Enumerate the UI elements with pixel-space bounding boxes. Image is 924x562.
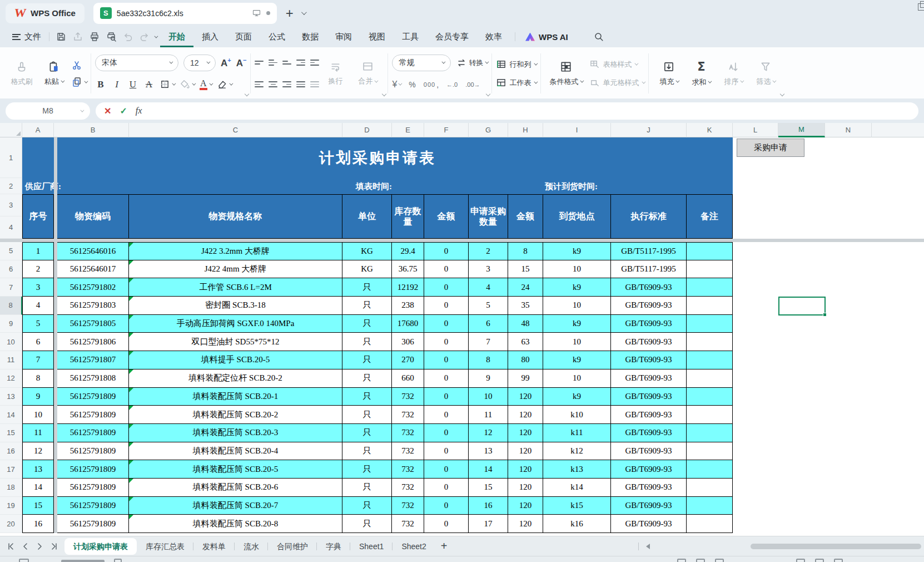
cell-note[interactable] <box>687 278 733 297</box>
strikethrough-button[interactable]: A <box>143 79 155 90</box>
cell-seq[interactable]: 12 <box>22 442 54 461</box>
decrease-font-button[interactable]: A− <box>236 57 247 69</box>
cell-material-code[interactable]: 56125791809 <box>57 460 129 479</box>
select-all-corner[interactable] <box>0 123 22 137</box>
cell-amount2[interactable]: 8 <box>508 242 543 260</box>
sheet-tab-计划采购申请表[interactable]: 计划采购申请表 <box>64 538 137 555</box>
row-header[interactable]: 1 <box>0 137 22 178</box>
cell-arrival-place[interactable]: 10 <box>543 297 611 315</box>
cell-material-code[interactable]: 56125791809 <box>57 515 129 533</box>
new-tab-button[interactable]: + <box>286 7 294 20</box>
cell-stock-qty[interactable]: 732 <box>392 460 424 479</box>
cell-spec-name[interactable]: 手动高压卸荷阀 SGXF.0 140MPa <box>129 315 342 333</box>
cell-stock-qty[interactable]: 732 <box>392 515 424 533</box>
cell-note[interactable] <box>687 388 733 406</box>
cell-arrival-place[interactable]: k9 <box>543 242 611 260</box>
cell-seq[interactable]: 2 <box>22 260 54 279</box>
cell-material-code[interactable]: 56125791809 <box>57 388 129 406</box>
cell-spec-name[interactable]: 填料装配压筒 SCB.20-8 <box>129 515 342 533</box>
cell-seq[interactable]: 8 <box>22 369 54 388</box>
cell-note[interactable] <box>687 351 733 369</box>
wrap-text-button[interactable]: 换行 <box>319 50 351 97</box>
table-style-button[interactable]: 表格样式 <box>589 57 644 72</box>
cell-amount[interactable]: 0 <box>424 406 469 424</box>
cell-standard[interactable]: GB/T6909-93 <box>611 442 687 461</box>
cell-seq[interactable]: 16 <box>22 515 54 533</box>
column-header-B[interactable]: B <box>57 123 129 137</box>
cell-spec-name[interactable]: 填料提手 SCB.20-5 <box>129 351 342 369</box>
cell-stock-qty[interactable]: 660 <box>392 369 424 388</box>
cell-amount[interactable]: 0 <box>424 278 469 297</box>
align-center-icon[interactable] <box>269 81 277 87</box>
cell-amount2[interactable]: 80 <box>508 351 543 369</box>
cell-material-code[interactable]: 56125791805 <box>57 315 129 333</box>
print-preview-icon[interactable] <box>104 29 118 44</box>
cell-standard[interactable]: GB/T6909-93 <box>611 497 687 515</box>
quick-access-chevron-icon[interactable] <box>154 34 158 38</box>
decrease-indent-icon[interactable] <box>296 60 305 65</box>
cell-amount2[interactable]: 99 <box>508 369 543 388</box>
increase-decimal-button[interactable]: ←.0 <box>446 81 458 88</box>
cell-spec-name[interactable]: 密封圈 SCB.3-18 <box>129 297 342 315</box>
row-header[interactable]: 13 <box>0 388 22 406</box>
fill-button[interactable]: 填充 <box>653 50 685 97</box>
cell-request-qty[interactable]: 5 <box>469 297 508 315</box>
cell-request-qty[interactable]: 3 <box>469 260 508 279</box>
cell-amount[interactable]: 0 <box>424 388 469 406</box>
menu-tab-公式[interactable]: 公式 <box>260 26 294 47</box>
save-icon[interactable] <box>54 29 68 44</box>
cell-request-qty[interactable]: 2 <box>469 242 508 260</box>
menu-tab-开始[interactable]: 开始 <box>160 26 193 47</box>
cell-unit[interactable]: 只 <box>342 497 392 515</box>
cell-material-code[interactable]: 56125791808 <box>57 369 129 388</box>
cell-amount2[interactable]: 120 <box>508 515 543 533</box>
file-menu[interactable]: 文件 <box>9 32 44 42</box>
cell-arrival-place[interactable]: k15 <box>543 497 611 515</box>
cell-request-qty[interactable]: 12 <box>469 424 508 442</box>
row-header[interactable]: 5 <box>0 242 22 260</box>
cell-arrival-place[interactable]: k14 <box>543 479 611 497</box>
row-header[interactable]: 10 <box>0 333 22 351</box>
cell-seq[interactable]: 7 <box>22 351 54 369</box>
column-header-G[interactable]: G <box>469 123 508 137</box>
export-icon[interactable] <box>71 29 85 44</box>
table-column-header[interactable]: 金额 <box>508 194 543 239</box>
cell-amount[interactable]: 0 <box>424 424 469 442</box>
table-column-header[interactable]: 单位 <box>342 194 392 239</box>
column-header-L[interactable]: L <box>733 123 778 137</box>
name-box[interactable]: M8 <box>6 102 90 120</box>
cell-amount[interactable]: 0 <box>424 369 469 388</box>
cell-arrival-place[interactable]: k16 <box>543 515 611 533</box>
cell-stock-qty[interactable]: 17680 <box>392 315 424 333</box>
wps-ai-button[interactable]: WPS AI <box>525 32 568 42</box>
cell-material-code[interactable]: 56125646016 <box>57 242 129 260</box>
cell-stock-qty[interactable]: 732 <box>392 497 424 515</box>
paste-button[interactable]: 粘贴 <box>38 50 70 97</box>
row-header[interactable]: 4 <box>0 216 22 239</box>
redo-icon[interactable] <box>137 29 152 44</box>
cell-amount2[interactable]: 24 <box>508 278 543 297</box>
fx-icon[interactable]: fx <box>136 106 142 116</box>
decrease-decimal-button[interactable]: .00→ <box>465 81 480 88</box>
cell-standard[interactable]: GB/T6909-93 <box>611 388 687 406</box>
table-column-header[interactable]: 到货地点 <box>543 194 611 239</box>
cell-seq[interactable]: 4 <box>22 297 54 315</box>
cell-arrival-place[interactable]: k9 <box>543 278 611 297</box>
cell-request-qty[interactable]: 13 <box>469 442 508 461</box>
cell-standard[interactable]: GB/T6909-93 <box>611 297 687 315</box>
cell-standard[interactable]: GB/T5117-1995 <box>611 260 687 279</box>
row-header[interactable]: 20 <box>0 515 22 533</box>
bold-button[interactable]: B <box>95 79 106 90</box>
scroll-left-icon[interactable] <box>646 544 650 549</box>
cell-spec-name[interactable]: 填料装配压筒 SCB.20-1 <box>129 388 342 406</box>
menu-tab-插入[interactable]: 插入 <box>193 26 227 47</box>
column-header-I[interactable]: I <box>543 123 611 137</box>
cell-unit[interactable]: 只 <box>342 333 392 351</box>
sort-button[interactable]: 排序 <box>717 50 749 97</box>
cell-standard[interactable]: GB/T6909-93 <box>611 424 687 442</box>
cell-unit[interactable]: 只 <box>342 297 392 315</box>
cell-spec-name[interactable]: 填料装配压筒 SCB.20-6 <box>129 479 342 497</box>
selected-cell-M8[interactable] <box>778 297 826 315</box>
cell-note[interactable] <box>687 479 733 497</box>
table-column-header[interactable]: 执行标准 <box>611 194 687 239</box>
